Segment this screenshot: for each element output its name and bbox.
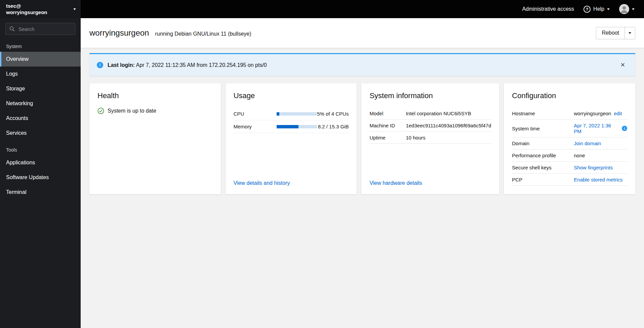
view-details-link[interactable]: View details and history <box>234 180 290 186</box>
cpu-label: CPU <box>234 111 277 117</box>
host-user: tsec@ <box>6 3 47 9</box>
hostname-edit-link[interactable]: edit <box>614 111 622 116</box>
sidebar-item-overview[interactable]: Overview <box>0 52 81 67</box>
sidebar-item-software-updates[interactable]: Software Updates <box>0 170 81 185</box>
os-subtitle: running Debian GNU/Linux 11 (bullseye) <box>155 31 251 37</box>
memory-value: 8.2 / 15.3 GiB <box>317 124 349 129</box>
system-info-card-title: System information <box>369 91 491 100</box>
uptime-row: Uptime 10 hours <box>369 132 491 144</box>
help-label: Help <box>593 6 604 12</box>
search-icon <box>9 26 15 32</box>
reboot-dropdown-toggle[interactable] <box>625 27 635 39</box>
health-status-text: System is up to date <box>108 108 156 114</box>
health-status-row: System is up to date <box>97 108 213 114</box>
info-icon: i <box>97 62 103 68</box>
health-card: Health System is up to date <box>89 83 221 194</box>
user-icon <box>619 4 629 14</box>
pcp-label: PCP <box>512 177 570 182</box>
machine-id-row: Machine ID 1ed3eec9111c4093a1096f69a6c5f… <box>369 120 491 132</box>
content-area: i Last login: Apr 7, 2022 11:12:35 AM fr… <box>81 48 644 328</box>
page-header: worryingsurgeon running Debian GNU/Linux… <box>81 18 644 48</box>
sidebar-item-applications[interactable]: Applications <box>0 155 81 170</box>
sidebar-search <box>0 18 81 37</box>
system-info-footer: View hardware details <box>369 175 491 186</box>
model-value: Intel corporation NUC6i5SYB <box>406 111 491 116</box>
hostname-value: worryingsurgeon <box>574 111 611 116</box>
admin-access-label: Administrative access <box>522 6 574 12</box>
chevron-down-icon <box>607 8 610 10</box>
chevron-down-icon <box>629 32 631 34</box>
page-title: worryingsurgeon <box>89 28 149 38</box>
machine-id-label: Machine ID <box>369 123 400 128</box>
usage-footer: View details and history <box>234 175 349 186</box>
pcp-value-wrap: Enable stored metrics <box>574 177 627 182</box>
cpu-progress-fill <box>277 112 279 116</box>
admin-access-button[interactable]: Administrative access <box>517 0 579 18</box>
help-icon: ? <box>583 6 591 13</box>
reboot-button[interactable]: Reboot <box>596 27 625 39</box>
system-info-card: System information Model Intel corporati… <box>361 83 499 194</box>
main-column: Administrative access ? Help worry <box>81 0 644 328</box>
host-name: worryingsurgeon <box>6 9 47 16</box>
masthead: Administrative access ? Help <box>81 0 644 18</box>
chevron-down-icon <box>73 8 76 10</box>
nav-section-tools: Tools <box>0 140 81 155</box>
uptime-value: 10 hours <box>406 135 491 140</box>
memory-label: Memory <box>234 124 277 129</box>
ssh-keys-label: Secure shell keys <box>512 165 570 170</box>
system-time-label: System time <box>512 126 570 131</box>
user-menu-button[interactable] <box>614 0 639 18</box>
memory-progress-bar <box>277 125 317 128</box>
sidebar-item-logs[interactable]: Logs <box>0 67 81 81</box>
performance-profile-label: Performance profile <box>512 153 570 158</box>
configuration-card: Configuration Hostname worryingsurgeon e… <box>504 83 635 194</box>
uptime-label: Uptime <box>369 135 400 140</box>
close-icon[interactable]: ✕ <box>618 60 628 70</box>
machine-id-value: 1ed3eec9111c4093a1096f69a6c5f47d <box>406 123 491 128</box>
memory-usage-row: Memory 8.2 / 15.3 GiB <box>234 120 349 133</box>
card-grid: Health System is up to date Usage CPU <box>89 83 635 194</box>
check-circle-icon <box>97 108 104 114</box>
time-info-icon[interactable]: i <box>622 126 627 131</box>
show-fingerprints-link[interactable]: Show fingerprints <box>574 165 613 170</box>
reboot-split-button: Reboot <box>596 27 635 39</box>
pcp-row: PCP Enable stored metrics <box>512 174 627 186</box>
sidebar-item-accounts[interactable]: Accounts <box>0 111 81 126</box>
configuration-card-title: Configuration <box>512 91 627 100</box>
cpu-value: 5% of 4 CPUs <box>317 111 349 117</box>
system-time-row: System time Apr 7, 2022 1:36 PM i <box>512 120 627 137</box>
health-card-title: Health <box>97 91 213 100</box>
system-time-value-wrap: Apr 7, 2022 1:36 PM i <box>574 123 627 134</box>
avatar <box>619 4 629 14</box>
domain-label: Domain <box>512 140 570 146</box>
sidebar-nav: System Overview Logs Storage Networking … <box>0 37 81 200</box>
system-time-link[interactable]: Apr 7, 2022 1:36 PM <box>574 123 619 134</box>
join-domain-link[interactable]: Join domain <box>574 140 601 146</box>
ssh-keys-row: Secure shell keys Show fingerprints <box>512 162 627 174</box>
usage-card: Usage CPU 5% of 4 CPUs Memory 8.2 / <box>226 83 357 194</box>
performance-profile-row: Performance profile none <box>512 150 627 162</box>
title-group: worryingsurgeon running Debian GNU/Linux… <box>89 28 251 38</box>
domain-value-wrap: Join domain <box>574 140 627 146</box>
sidebar-item-terminal[interactable]: Terminal <box>0 185 81 200</box>
host-label: tsec@ worryingsurgeon <box>6 3 47 16</box>
memory-progress-fill <box>277 125 298 128</box>
hostname-value-wrap: worryingsurgeon edit <box>574 111 627 116</box>
sidebar: tsec@ worryingsurgeon System Overview Lo… <box>0 0 81 328</box>
model-row: Model Intel corporation NUC6i5SYB <box>369 108 491 120</box>
sidebar-item-storage[interactable]: Storage <box>0 81 81 96</box>
host-switcher[interactable]: tsec@ worryingsurgeon <box>0 0 81 18</box>
view-hardware-link[interactable]: View hardware details <box>369 180 422 186</box>
chevron-down-icon <box>632 8 635 10</box>
enable-stored-metrics-link[interactable]: Enable stored metrics <box>574 177 622 182</box>
sidebar-item-services[interactable]: Services <box>0 126 81 140</box>
search-input[interactable] <box>5 23 75 35</box>
cpu-usage-row: CPU 5% of 4 CPUs <box>234 108 349 120</box>
help-menu-button[interactable]: ? Help <box>579 0 614 18</box>
app-window: tsec@ worryingsurgeon System Overview Lo… <box>0 0 644 328</box>
hostname-label: Hostname <box>512 111 570 116</box>
sidebar-item-networking[interactable]: Networking <box>0 96 81 111</box>
performance-profile-value: none <box>574 153 627 158</box>
domain-row: Domain Join domain <box>512 137 627 150</box>
ssh-keys-value-wrap: Show fingerprints <box>574 165 627 170</box>
